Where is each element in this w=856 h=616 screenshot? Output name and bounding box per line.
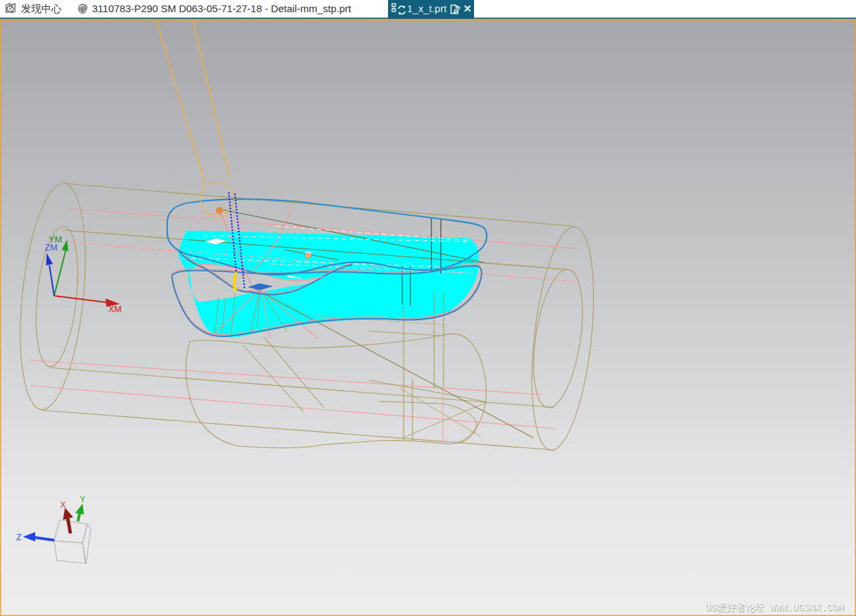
svg-text:X: X: [60, 500, 66, 510]
svg-text:Y: Y: [80, 495, 85, 504]
svg-text:UG爱好者论坛 WWW.UGSNX.COM: UG爱好者论坛 WWW.UGSNX.COM: [706, 602, 844, 613]
svg-text:ZM: ZM: [45, 242, 58, 252]
svg-text:Z: Z: [16, 532, 22, 542]
svg-text:XM: XM: [108, 304, 122, 314]
